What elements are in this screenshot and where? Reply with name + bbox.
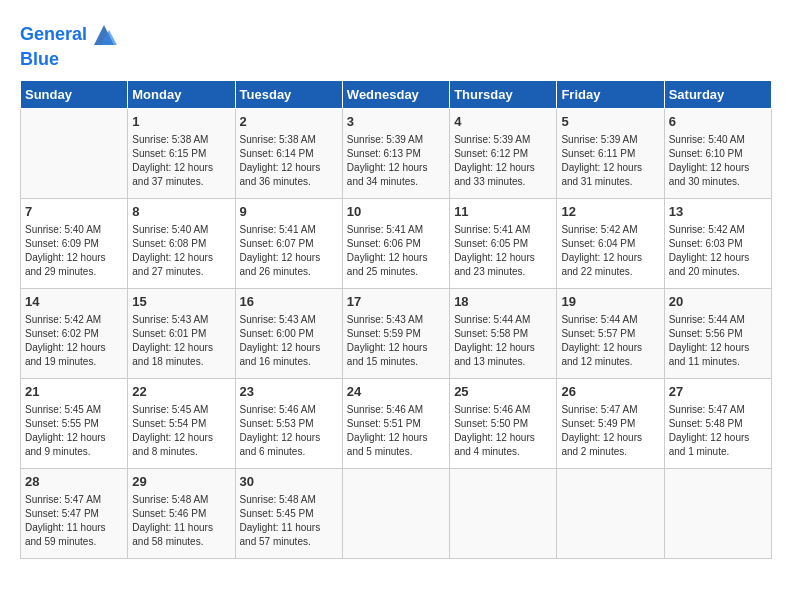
cell-info: Sunrise: 5:38 AM Sunset: 6:14 PM Dayligh… (240, 133, 338, 189)
cell-info: Sunrise: 5:47 AM Sunset: 5:49 PM Dayligh… (561, 403, 659, 459)
calendar-cell: 22Sunrise: 5:45 AM Sunset: 5:54 PM Dayli… (128, 378, 235, 468)
day-number: 17 (347, 293, 445, 311)
cell-info: Sunrise: 5:44 AM Sunset: 5:58 PM Dayligh… (454, 313, 552, 369)
cell-info: Sunrise: 5:41 AM Sunset: 6:06 PM Dayligh… (347, 223, 445, 279)
cell-info: Sunrise: 5:39 AM Sunset: 6:12 PM Dayligh… (454, 133, 552, 189)
calendar-cell: 15Sunrise: 5:43 AM Sunset: 6:01 PM Dayli… (128, 288, 235, 378)
cell-info: Sunrise: 5:43 AM Sunset: 5:59 PM Dayligh… (347, 313, 445, 369)
day-number: 15 (132, 293, 230, 311)
day-number: 13 (669, 203, 767, 221)
calendar-header-wednesday: Wednesday (342, 80, 449, 108)
cell-info: Sunrise: 5:42 AM Sunset: 6:04 PM Dayligh… (561, 223, 659, 279)
cell-info: Sunrise: 5:45 AM Sunset: 5:54 PM Dayligh… (132, 403, 230, 459)
calendar-header-friday: Friday (557, 80, 664, 108)
calendar-cell: 4Sunrise: 5:39 AM Sunset: 6:12 PM Daylig… (450, 108, 557, 198)
calendar-cell: 11Sunrise: 5:41 AM Sunset: 6:05 PM Dayli… (450, 198, 557, 288)
day-number: 7 (25, 203, 123, 221)
calendar-cell: 20Sunrise: 5:44 AM Sunset: 5:56 PM Dayli… (664, 288, 771, 378)
cell-info: Sunrise: 5:47 AM Sunset: 5:48 PM Dayligh… (669, 403, 767, 459)
logo-subtext: Blue (20, 50, 119, 70)
page-header: General Blue (20, 20, 772, 70)
calendar-cell: 26Sunrise: 5:47 AM Sunset: 5:49 PM Dayli… (557, 378, 664, 468)
calendar-cell: 10Sunrise: 5:41 AM Sunset: 6:06 PM Dayli… (342, 198, 449, 288)
cell-info: Sunrise: 5:38 AM Sunset: 6:15 PM Dayligh… (132, 133, 230, 189)
calendar-cell: 28Sunrise: 5:47 AM Sunset: 5:47 PM Dayli… (21, 468, 128, 558)
cell-info: Sunrise: 5:39 AM Sunset: 6:11 PM Dayligh… (561, 133, 659, 189)
calendar-cell (664, 468, 771, 558)
cell-info: Sunrise: 5:46 AM Sunset: 5:51 PM Dayligh… (347, 403, 445, 459)
calendar-week-row: 21Sunrise: 5:45 AM Sunset: 5:55 PM Dayli… (21, 378, 772, 468)
cell-info: Sunrise: 5:48 AM Sunset: 5:46 PM Dayligh… (132, 493, 230, 549)
cell-info: Sunrise: 5:42 AM Sunset: 6:03 PM Dayligh… (669, 223, 767, 279)
day-number: 18 (454, 293, 552, 311)
calendar-cell: 1Sunrise: 5:38 AM Sunset: 6:15 PM Daylig… (128, 108, 235, 198)
cell-info: Sunrise: 5:42 AM Sunset: 6:02 PM Dayligh… (25, 313, 123, 369)
cell-info: Sunrise: 5:41 AM Sunset: 6:05 PM Dayligh… (454, 223, 552, 279)
logo-icon (89, 20, 119, 50)
day-number: 29 (132, 473, 230, 491)
day-number: 21 (25, 383, 123, 401)
cell-info: Sunrise: 5:43 AM Sunset: 6:01 PM Dayligh… (132, 313, 230, 369)
calendar-cell (557, 468, 664, 558)
calendar-cell: 24Sunrise: 5:46 AM Sunset: 5:51 PM Dayli… (342, 378, 449, 468)
calendar-cell: 5Sunrise: 5:39 AM Sunset: 6:11 PM Daylig… (557, 108, 664, 198)
cell-info: Sunrise: 5:40 AM Sunset: 6:10 PM Dayligh… (669, 133, 767, 189)
calendar-cell: 7Sunrise: 5:40 AM Sunset: 6:09 PM Daylig… (21, 198, 128, 288)
cell-info: Sunrise: 5:46 AM Sunset: 5:50 PM Dayligh… (454, 403, 552, 459)
cell-info: Sunrise: 5:45 AM Sunset: 5:55 PM Dayligh… (25, 403, 123, 459)
day-number: 1 (132, 113, 230, 131)
day-number: 23 (240, 383, 338, 401)
cell-info: Sunrise: 5:48 AM Sunset: 5:45 PM Dayligh… (240, 493, 338, 549)
calendar-header-sunday: Sunday (21, 80, 128, 108)
cell-info: Sunrise: 5:44 AM Sunset: 5:57 PM Dayligh… (561, 313, 659, 369)
day-number: 20 (669, 293, 767, 311)
calendar-cell: 3Sunrise: 5:39 AM Sunset: 6:13 PM Daylig… (342, 108, 449, 198)
logo-text: General (20, 25, 87, 45)
day-number: 28 (25, 473, 123, 491)
calendar-cell: 13Sunrise: 5:42 AM Sunset: 6:03 PM Dayli… (664, 198, 771, 288)
day-number: 2 (240, 113, 338, 131)
calendar-cell: 2Sunrise: 5:38 AM Sunset: 6:14 PM Daylig… (235, 108, 342, 198)
day-number: 26 (561, 383, 659, 401)
day-number: 8 (132, 203, 230, 221)
calendar-cell (342, 468, 449, 558)
calendar-cell: 19Sunrise: 5:44 AM Sunset: 5:57 PM Dayli… (557, 288, 664, 378)
calendar-week-row: 28Sunrise: 5:47 AM Sunset: 5:47 PM Dayli… (21, 468, 772, 558)
cell-info: Sunrise: 5:40 AM Sunset: 6:09 PM Dayligh… (25, 223, 123, 279)
day-number: 10 (347, 203, 445, 221)
day-number: 5 (561, 113, 659, 131)
day-number: 25 (454, 383, 552, 401)
calendar-header-monday: Monday (128, 80, 235, 108)
day-number: 9 (240, 203, 338, 221)
calendar-header-row: SundayMondayTuesdayWednesdayThursdayFrid… (21, 80, 772, 108)
calendar-cell: 8Sunrise: 5:40 AM Sunset: 6:08 PM Daylig… (128, 198, 235, 288)
calendar-cell: 18Sunrise: 5:44 AM Sunset: 5:58 PM Dayli… (450, 288, 557, 378)
calendar-week-row: 7Sunrise: 5:40 AM Sunset: 6:09 PM Daylig… (21, 198, 772, 288)
calendar-header-saturday: Saturday (664, 80, 771, 108)
day-number: 16 (240, 293, 338, 311)
calendar-table: SundayMondayTuesdayWednesdayThursdayFrid… (20, 80, 772, 559)
day-number: 6 (669, 113, 767, 131)
day-number: 12 (561, 203, 659, 221)
day-number: 11 (454, 203, 552, 221)
calendar-header-thursday: Thursday (450, 80, 557, 108)
cell-info: Sunrise: 5:39 AM Sunset: 6:13 PM Dayligh… (347, 133, 445, 189)
cell-info: Sunrise: 5:46 AM Sunset: 5:53 PM Dayligh… (240, 403, 338, 459)
cell-info: Sunrise: 5:43 AM Sunset: 6:00 PM Dayligh… (240, 313, 338, 369)
calendar-cell: 30Sunrise: 5:48 AM Sunset: 5:45 PM Dayli… (235, 468, 342, 558)
day-number: 22 (132, 383, 230, 401)
calendar-cell: 23Sunrise: 5:46 AM Sunset: 5:53 PM Dayli… (235, 378, 342, 468)
day-number: 3 (347, 113, 445, 131)
day-number: 24 (347, 383, 445, 401)
cell-info: Sunrise: 5:40 AM Sunset: 6:08 PM Dayligh… (132, 223, 230, 279)
cell-info: Sunrise: 5:41 AM Sunset: 6:07 PM Dayligh… (240, 223, 338, 279)
day-number: 4 (454, 113, 552, 131)
calendar-cell: 6Sunrise: 5:40 AM Sunset: 6:10 PM Daylig… (664, 108, 771, 198)
day-number: 19 (561, 293, 659, 311)
cell-info: Sunrise: 5:47 AM Sunset: 5:47 PM Dayligh… (25, 493, 123, 549)
logo: General Blue (20, 20, 119, 70)
calendar-cell: 16Sunrise: 5:43 AM Sunset: 6:00 PM Dayli… (235, 288, 342, 378)
calendar-cell: 27Sunrise: 5:47 AM Sunset: 5:48 PM Dayli… (664, 378, 771, 468)
calendar-cell (21, 108, 128, 198)
calendar-week-row: 14Sunrise: 5:42 AM Sunset: 6:02 PM Dayli… (21, 288, 772, 378)
